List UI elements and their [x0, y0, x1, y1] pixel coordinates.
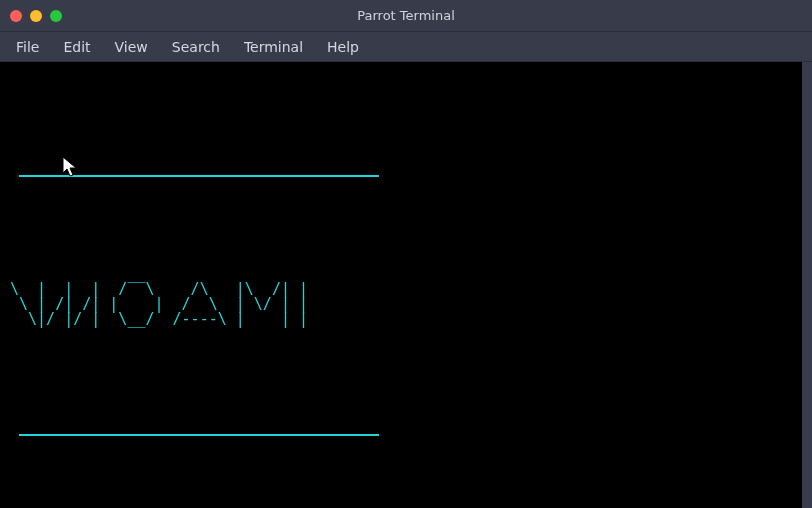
- ascii-rule-top: [19, 175, 379, 177]
- menu-search[interactable]: Search: [162, 36, 230, 58]
- menubar: File Edit View Search Terminal Help: [0, 32, 812, 62]
- terminal-area[interactable]: \ | | | /‾‾\ /\ |\ /| | \ | /| /| | | / …: [0, 62, 812, 508]
- maximize-button[interactable]: [50, 10, 62, 22]
- window-title: Parrot Terminal: [0, 8, 812, 23]
- terminal-output[interactable]: \ | | | /‾‾\ /\ |\ /| | \ | /| /| | | / …: [0, 62, 802, 508]
- menu-terminal[interactable]: Terminal: [234, 36, 313, 58]
- menu-help[interactable]: Help: [317, 36, 369, 58]
- minimize-button[interactable]: [30, 10, 42, 22]
- menu-edit[interactable]: Edit: [53, 36, 100, 58]
- menu-file[interactable]: File: [6, 36, 49, 58]
- menu-view[interactable]: View: [105, 36, 158, 58]
- ascii-banner: \ | | | /‾‾\ /\ |\ /| | \ | /| /| | | / …: [10, 282, 792, 327]
- close-button[interactable]: [10, 10, 22, 22]
- ascii-rule-bottom: [19, 434, 379, 436]
- window-controls: [0, 10, 62, 22]
- scrollbar[interactable]: [802, 62, 812, 508]
- titlebar: Parrot Terminal: [0, 0, 812, 32]
